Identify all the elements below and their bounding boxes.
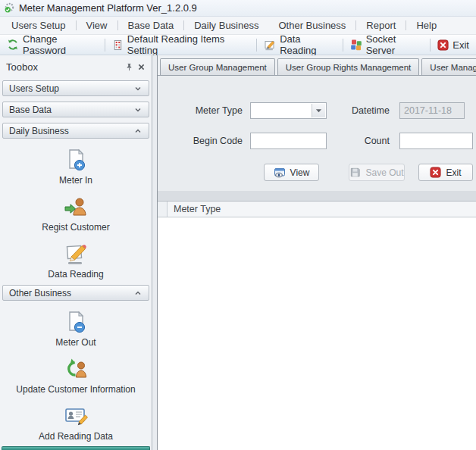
sidebar-item-label: Meter Out	[55, 337, 96, 348]
toolbox-groups: Users Setup Base Data Daily Business	[0, 80, 152, 442]
menu-bar: Users Setup View Base Data Daily Busines…	[0, 17, 476, 35]
tab-user-group-rights-management[interactable]: User Group Rights Management	[277, 58, 420, 75]
menu-help[interactable]: Help	[406, 17, 446, 34]
count-input[interactable]	[399, 133, 473, 149]
toolbox-header: Toobox	[0, 58, 152, 75]
group-daily-business[interactable]: Daily Business	[2, 123, 149, 139]
sidebar-item-label: Update Customer Information	[16, 384, 135, 395]
menu-other-business[interactable]: Other Business	[268, 17, 355, 34]
colored-squares-icon	[350, 39, 362, 51]
pin-icon[interactable]	[123, 61, 135, 73]
group-base-data[interactable]: Base Data	[2, 102, 149, 117]
socket-server-label: Socket Server	[366, 33, 424, 56]
refresh-green-icon	[7, 39, 19, 51]
sidebar-item-label: Regist Customer	[42, 222, 109, 233]
menu-daily-business[interactable]: Daily Business	[184, 17, 268, 34]
document-plus-icon	[64, 148, 88, 172]
sidebar-item-label: Meter In	[59, 175, 92, 186]
sidebar-item-regist-customer[interactable]: Regist Customer	[42, 195, 109, 233]
exit-red-icon	[437, 39, 449, 51]
pencil-write-icon	[264, 39, 276, 51]
view-button[interactable]: View	[264, 164, 319, 181]
group-users-setup[interactable]: Users Setup	[2, 80, 149, 96]
chevron-up-icon	[133, 127, 142, 136]
toolbar-separator	[430, 39, 431, 52]
save-out-button-label: Save Out	[365, 167, 403, 178]
exit-button-label: Exit	[446, 167, 461, 178]
group-other-business[interactable]: Other Business	[2, 285, 149, 301]
exit-red-icon	[430, 167, 441, 178]
sidebar-item-add-reading-data[interactable]: Add Reading Data	[39, 404, 113, 442]
tab-content-panel: Meter Type Datetime Begin Code Count Vie…	[158, 75, 476, 450]
sidebar-item-meter-in[interactable]: Meter In	[59, 148, 92, 186]
pencil-paper-icon	[64, 242, 88, 266]
menu-base-data[interactable]: Base Data	[118, 17, 184, 34]
view-eye-icon	[274, 167, 286, 179]
menu-view[interactable]: View	[77, 17, 117, 34]
chevron-up-icon	[133, 289, 142, 298]
change-password-label: Change Password	[23, 33, 98, 56]
sidebar-item-data-reading[interactable]: Data Reading	[48, 242, 103, 280]
main-area: User Group Management User Group Rights …	[157, 55, 476, 450]
daily-business-items: Meter In Regist Customer	[2, 139, 149, 280]
save-floppy-icon	[349, 167, 361, 178]
grid-header: Meter Type	[158, 202, 476, 217]
meter-type-label: Meter Type	[158, 102, 243, 119]
sidebar-item-meter-out[interactable]: Meter Out	[55, 310, 96, 348]
sidebar-item-label: Data Reading	[48, 269, 103, 280]
menu-users-setup[interactable]: Users Setup	[2, 17, 76, 34]
close-icon[interactable]	[135, 61, 147, 73]
socket-server-button[interactable]: Socket Server	[345, 36, 429, 53]
group-users-setup-label: Users Setup	[9, 83, 59, 94]
meter-type-value	[252, 105, 311, 117]
reading-items-icon	[112, 39, 124, 51]
datetime-field[interactable]	[399, 102, 465, 119]
data-reading-button[interactable]: Data Reading	[258, 36, 341, 53]
count-label: Count	[309, 133, 390, 149]
change-password-button[interactable]: Change Password	[2, 36, 103, 53]
view-button-label: View	[290, 167, 310, 178]
card-pencil-icon	[64, 404, 88, 428]
tab-strip: User Group Management User Group Rights …	[160, 58, 476, 75]
group-other-business-label: Other Business	[9, 288, 71, 298]
window-titlebar: Meter Management Platform Ver_1.2.0.9	[0, 0, 476, 17]
group-daily-business-label: Daily Business	[9, 126, 69, 136]
data-reading-label: Data Reading	[280, 33, 336, 56]
save-out-button[interactable]: Save Out	[349, 164, 405, 181]
begin-code-label: Begin Code	[158, 133, 243, 149]
datetime-label: Datetime	[309, 102, 390, 119]
user-add-arrow-icon	[64, 195, 88, 219]
gear-check-icon	[4, 2, 15, 14]
document-minus-icon	[64, 310, 88, 334]
form-table-divider	[158, 191, 476, 202]
exit-button[interactable]: Exit	[418, 164, 473, 181]
grid-body[interactable]	[158, 217, 476, 450]
window-title: Meter Management Platform Ver_1.2.0.9	[19, 2, 197, 14]
tool-bar: Change Password Default Reading Items Se…	[0, 35, 476, 55]
user-refresh-icon	[64, 357, 88, 381]
column-header-meter-type[interactable]: Meter Type	[168, 202, 476, 217]
other-business-items: Meter Out Update Customer Information	[2, 301, 149, 442]
sidebar-item-label: Add Reading Data	[39, 431, 113, 442]
toolbox-title: Toobox	[6, 61, 123, 73]
toolbar-separator	[256, 39, 257, 52]
menu-report[interactable]: Report	[356, 17, 406, 34]
tab-user-group-management[interactable]: User Group Management	[160, 58, 275, 75]
default-reading-items-setting-label: Default Reading Items Setting	[127, 33, 249, 56]
chevron-down-icon	[133, 105, 142, 114]
group-base-data-label: Base Data	[9, 105, 52, 115]
toolbox-sidebar: Toobox Users Setup Base Data	[0, 55, 152, 450]
toolbar-separator	[105, 39, 105, 52]
next-group-header-partial[interactable]	[2, 446, 150, 450]
toolbar-separator	[343, 39, 343, 52]
row-indicator-column	[158, 202, 168, 217]
toolbar-exit-label: Exit	[453, 39, 469, 51]
default-reading-items-setting-button[interactable]: Default Reading Items Setting	[107, 36, 255, 53]
toolbar-exit-button[interactable]: Exit	[432, 36, 474, 53]
chevron-down-icon	[133, 84, 142, 93]
tab-user-manager[interactable]: User Manager	[421, 58, 476, 75]
sidebar-item-update-customer-information[interactable]: Update Customer Information	[16, 357, 135, 395]
